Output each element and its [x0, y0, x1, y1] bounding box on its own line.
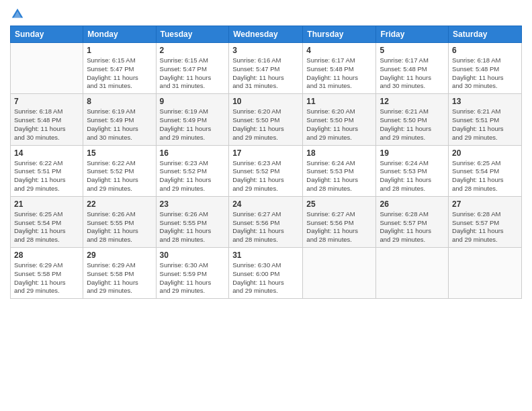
daylight-text-2: and 29 minutes. — [14, 185, 60, 192]
daylight-text: Daylight: 11 hours — [14, 125, 66, 132]
day-number: 23 — [160, 199, 226, 209]
sunrise-text: Sunrise: 6:22 AM — [14, 159, 62, 167]
sunrise-text: Sunrise: 6:25 AM — [14, 210, 62, 218]
cell-info: Sunrise: 6:23 AMSunset: 5:52 PMDaylight:… — [160, 159, 226, 193]
header — [10, 7, 522, 21]
sunset-text: Sunset: 5:58 PM — [14, 270, 61, 277]
daylight-text: Daylight: 11 hours — [14, 176, 66, 183]
sunset-text: Sunset: 5:52 PM — [87, 167, 134, 175]
daylight-text-2: and 28 minutes. — [452, 185, 498, 192]
cell-info: Sunrise: 6:15 AMSunset: 5:47 PMDaylight:… — [87, 56, 152, 91]
daylight-text: Daylight: 11 hours — [160, 176, 212, 183]
calendar-cell: 21Sunrise: 6:25 AMSunset: 5:54 PMDayligh… — [11, 196, 83, 247]
calendar-cell: 19Sunrise: 6:24 AMSunset: 5:53 PMDayligh… — [376, 145, 449, 196]
cell-info: Sunrise: 6:27 AMSunset: 5:56 PMDaylight:… — [232, 210, 299, 244]
calendar-cell: 10Sunrise: 6:20 AMSunset: 5:50 PMDayligh… — [229, 94, 303, 145]
cell-info: Sunrise: 6:30 AMSunset: 5:59 PMDaylight:… — [160, 261, 226, 295]
day-number: 9 — [160, 97, 226, 106]
calendar-cell: 26Sunrise: 6:28 AMSunset: 5:57 PMDayligh… — [376, 196, 449, 247]
calendar-week-4: 21Sunrise: 6:25 AMSunset: 5:54 PMDayligh… — [11, 196, 522, 247]
daylight-text-2: and 28 minutes. — [87, 236, 132, 243]
daylight-text-2: and 29 minutes. — [160, 134, 206, 141]
calendar-cell — [303, 248, 376, 299]
day-number: 21 — [14, 199, 79, 209]
sunset-text: Sunset: 5:50 PM — [380, 116, 427, 124]
day-number: 20 — [452, 148, 518, 158]
daylight-text: Daylight: 11 hours — [87, 279, 138, 286]
day-number: 5 — [380, 46, 445, 55]
sunrise-text: Sunrise: 6:17 AM — [306, 56, 355, 64]
daylight-text: Daylight: 11 hours — [452, 125, 504, 132]
daylight-text: Daylight: 11 hours — [160, 74, 212, 81]
sunset-text: Sunset: 5:52 PM — [160, 167, 207, 175]
sunset-text: Sunset: 5:50 PM — [232, 116, 279, 124]
calendar-cell — [449, 248, 522, 299]
cell-info: Sunrise: 6:28 AMSunset: 5:57 PMDaylight:… — [380, 210, 445, 244]
day-number: 27 — [452, 199, 518, 209]
daylight-text-2: and 29 minutes. — [14, 287, 60, 294]
sunset-text: Sunset: 5:49 PM — [160, 116, 207, 124]
day-number: 10 — [232, 97, 299, 106]
sunrise-text: Sunrise: 6:24 AM — [306, 159, 355, 167]
cell-info: Sunrise: 6:22 AMSunset: 5:51 PMDaylight:… — [14, 159, 79, 193]
daylight-text-2: and 28 minutes. — [160, 236, 206, 243]
cell-info: Sunrise: 6:15 AMSunset: 5:47 PMDaylight:… — [160, 56, 226, 91]
sunrise-text: Sunrise: 6:21 AM — [380, 107, 428, 115]
day-header-wednesday: Wednesday — [229, 26, 303, 43]
calendar-cell: 23Sunrise: 6:26 AMSunset: 5:55 PMDayligh… — [156, 196, 229, 247]
day-header-thursday: Thursday — [303, 26, 376, 43]
sunset-text: Sunset: 5:54 PM — [452, 167, 499, 175]
daylight-text: Daylight: 11 hours — [452, 227, 504, 234]
sunset-text: Sunset: 5:57 PM — [452, 219, 499, 226]
sunset-text: Sunset: 6:00 PM — [232, 270, 279, 277]
sunrise-text: Sunrise: 6:26 AM — [160, 210, 208, 218]
sunrise-text: Sunrise: 6:27 AM — [232, 210, 281, 218]
daylight-text-2: and 29 minutes. — [87, 185, 132, 192]
calendar-cell: 24Sunrise: 6:27 AMSunset: 5:56 PMDayligh… — [229, 196, 303, 247]
sunrise-text: Sunrise: 6:29 AM — [14, 261, 62, 269]
calendar-cell: 30Sunrise: 6:30 AMSunset: 5:59 PMDayligh… — [156, 248, 229, 299]
daylight-text-2: and 28 minutes. — [306, 185, 352, 192]
daylight-text: Daylight: 11 hours — [380, 125, 431, 132]
sunrise-text: Sunrise: 6:22 AM — [87, 159, 135, 167]
calendar-cell: 9Sunrise: 6:19 AMSunset: 5:49 PMDaylight… — [156, 94, 229, 145]
sunset-text: Sunset: 5:48 PM — [452, 65, 499, 73]
calendar-cell: 18Sunrise: 6:24 AMSunset: 5:53 PMDayligh… — [303, 145, 376, 196]
sunset-text: Sunset: 5:54 PM — [14, 219, 61, 226]
sunset-text: Sunset: 5:52 PM — [232, 167, 279, 175]
cell-info: Sunrise: 6:17 AMSunset: 5:48 PMDaylight:… — [380, 56, 445, 91]
day-number: 2 — [160, 46, 226, 55]
day-number: 4 — [306, 46, 372, 55]
cell-info: Sunrise: 6:19 AMSunset: 5:49 PMDaylight:… — [87, 107, 152, 142]
sunrise-text: Sunrise: 6:30 AM — [232, 261, 281, 269]
cell-info: Sunrise: 6:26 AMSunset: 5:55 PMDaylight:… — [160, 210, 226, 244]
sunrise-text: Sunrise: 6:29 AM — [87, 261, 135, 269]
day-number: 28 — [14, 250, 79, 260]
cell-info: Sunrise: 6:19 AMSunset: 5:49 PMDaylight:… — [160, 107, 226, 142]
sunset-text: Sunset: 5:55 PM — [87, 219, 134, 226]
sunrise-text: Sunrise: 6:20 AM — [232, 107, 281, 115]
cell-info: Sunrise: 6:24 AMSunset: 5:53 PMDaylight:… — [306, 159, 372, 193]
daylight-text: Daylight: 11 hours — [87, 125, 138, 132]
calendar-cell: 20Sunrise: 6:25 AMSunset: 5:54 PMDayligh… — [449, 145, 522, 196]
daylight-text-2: and 31 minutes. — [306, 82, 352, 89]
cell-info: Sunrise: 6:22 AMSunset: 5:52 PMDaylight:… — [87, 159, 152, 193]
cell-info: Sunrise: 6:25 AMSunset: 5:54 PMDaylight:… — [14, 210, 79, 244]
sunrise-text: Sunrise: 6:18 AM — [452, 56, 500, 64]
calendar-cell: 13Sunrise: 6:21 AMSunset: 5:51 PMDayligh… — [449, 94, 522, 145]
sunrise-text: Sunrise: 6:15 AM — [160, 56, 208, 64]
sunrise-text: Sunrise: 6:23 AM — [160, 159, 208, 167]
sunrise-text: Sunrise: 6:19 AM — [160, 107, 208, 115]
day-number: 18 — [306, 148, 372, 158]
daylight-text-2: and 31 minutes. — [232, 82, 278, 89]
calendar-cell: 5Sunrise: 6:17 AMSunset: 5:48 PMDaylight… — [376, 43, 449, 94]
cell-info: Sunrise: 6:20 AMSunset: 5:50 PMDaylight:… — [306, 107, 372, 142]
sunrise-text: Sunrise: 6:23 AM — [232, 159, 281, 167]
cell-info: Sunrise: 6:21 AMSunset: 5:50 PMDaylight:… — [380, 107, 445, 142]
page: SundayMondayTuesdayWednesdayThursdayFrid… — [0, 0, 532, 411]
daylight-text-2: and 28 minutes. — [306, 236, 352, 243]
cell-info: Sunrise: 6:18 AMSunset: 5:48 PMDaylight:… — [452, 56, 518, 91]
calendar-cell: 4Sunrise: 6:17 AMSunset: 5:48 PMDaylight… — [303, 43, 376, 94]
day-header-friday: Friday — [376, 26, 449, 43]
calendar-cell: 2Sunrise: 6:15 AMSunset: 5:47 PMDaylight… — [156, 43, 229, 94]
